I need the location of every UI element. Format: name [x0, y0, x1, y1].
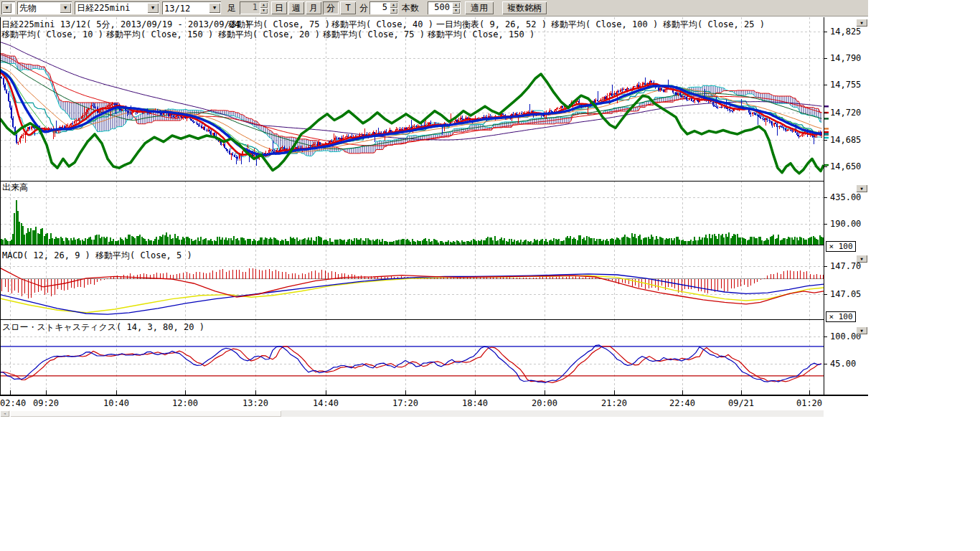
time-axis-label: 10:40	[103, 398, 129, 408]
time-axis-label: 14:40	[313, 398, 339, 408]
y-axis-label: 45.00	[830, 359, 856, 369]
time-axis-label: 13:20	[242, 398, 268, 408]
contract-month-combobox[interactable]: 13/12 ▼	[162, 1, 221, 14]
chevron-down-icon[interactable]: ▼	[209, 3, 220, 13]
bar-type-label: 足	[227, 1, 236, 14]
time-axis-label: 09:20	[33, 398, 59, 408]
y-axis-label: 14,650	[830, 161, 861, 171]
scroll-left-button[interactable]: ◄	[0, 410, 9, 417]
bar-count-label: 本数	[402, 1, 419, 14]
minutes-label: 分	[359, 1, 368, 14]
symbol-combobox[interactable]: 日経225mini ▼	[75, 1, 159, 14]
bar-interval-value: 1	[240, 1, 259, 14]
symbol-value: 日経225mini	[75, 1, 146, 14]
time-axis-label: 18:40	[462, 398, 488, 408]
time-axis-label: 21:20	[601, 398, 627, 408]
time-axis-label: 01:20	[796, 398, 822, 408]
y-axis-label: 14,790	[830, 53, 861, 63]
bar-count-value: 500	[428, 1, 451, 14]
macd-axis-dropdown-button[interactable]: ▼	[856, 255, 867, 263]
bar-interval-spinner[interactable]: 1 ▲▼	[240, 1, 268, 14]
volume-multiplier-box: × 100	[826, 241, 856, 252]
macd-multiplier-box: × 100	[826, 311, 856, 322]
period-button-group: 日週月分T	[271, 1, 356, 14]
period-button-分[interactable]: 分	[323, 1, 339, 14]
y-axis-label: 147.05	[830, 289, 861, 299]
minutes-value: 5	[369, 1, 389, 14]
period-button-T[interactable]: T	[340, 1, 356, 14]
chevron-down-icon[interactable]: ▼	[147, 3, 159, 13]
spinner-up-icon[interactable]: ▲	[452, 2, 460, 8]
y-axis-label: 435.00	[830, 192, 861, 202]
minutes-spinner[interactable]: 5 ▲▼	[369, 1, 398, 14]
time-axis-label: 09/21	[728, 398, 754, 408]
bar-count-spinner[interactable]: 500 ▲▼	[428, 1, 461, 14]
y-axis-label: 190.00	[830, 219, 861, 229]
period-button-日[interactable]: 日	[271, 1, 287, 14]
scrollbar-thumb[interactable]	[10, 410, 281, 417]
volume-axis-dropdown-button[interactable]: ▼	[856, 184, 867, 192]
mini-combobox[interactable]: ▼	[1, 1, 15, 14]
contract-month-value: 13/12	[162, 3, 208, 14]
price-axis-dropdown-button[interactable]: ▼	[856, 19, 867, 27]
stoch-axis-dropdown-button[interactable]: ▼	[856, 326, 867, 334]
y-axis-label: 147.70	[830, 261, 861, 271]
period-button-月[interactable]: 月	[306, 1, 321, 14]
y-axis-label: 14,720	[830, 108, 861, 118]
y-axis-label: 14,685	[830, 135, 861, 145]
y-axis-label: 14,825	[830, 27, 861, 37]
spinner-down-icon[interactable]: ▼	[390, 8, 397, 14]
spinner-up-icon[interactable]: ▲	[260, 2, 268, 8]
chevron-down-icon[interactable]: ▼	[2, 3, 11, 13]
y-axis-label: 14,755	[830, 80, 861, 90]
multi-symbol-button[interactable]: 複数銘柄	[502, 1, 547, 14]
toolbar: ▼ 先物 ▼ 日経225mini ▼ 13/12 ▼ 足 1 ▲▼ 日週月分T …	[0, 0, 868, 17]
chart-canvas[interactable]: 14,82514,79014,75514,72014,68514,650435.…	[0, 0, 868, 420]
horizontal-scrollbar[interactable]: ◄	[0, 410, 824, 417]
apply-button[interactable]: 適用	[465, 1, 494, 14]
instrument-type-value: 先物	[17, 1, 59, 14]
time-axis-label: 20:00	[532, 398, 557, 408]
period-button-週[interactable]: 週	[288, 1, 304, 14]
spinner-down-icon[interactable]: ▼	[452, 8, 460, 14]
time-axis-label: 12:00	[172, 398, 198, 408]
time-axis-label: 22:40	[669, 398, 695, 408]
chart-application-window: 14,82514,79014,75514,72014,68514,650435.…	[0, 0, 980, 551]
time-axis-label: 02:40	[0, 398, 26, 408]
chevron-down-icon[interactable]: ▼	[60, 3, 71, 13]
spinner-up-icon[interactable]: ▲	[390, 2, 397, 8]
spinner-down-icon[interactable]: ▼	[260, 8, 268, 14]
time-axis-label: 17:20	[392, 398, 418, 408]
instrument-type-combobox[interactable]: 先物 ▼	[17, 1, 72, 14]
